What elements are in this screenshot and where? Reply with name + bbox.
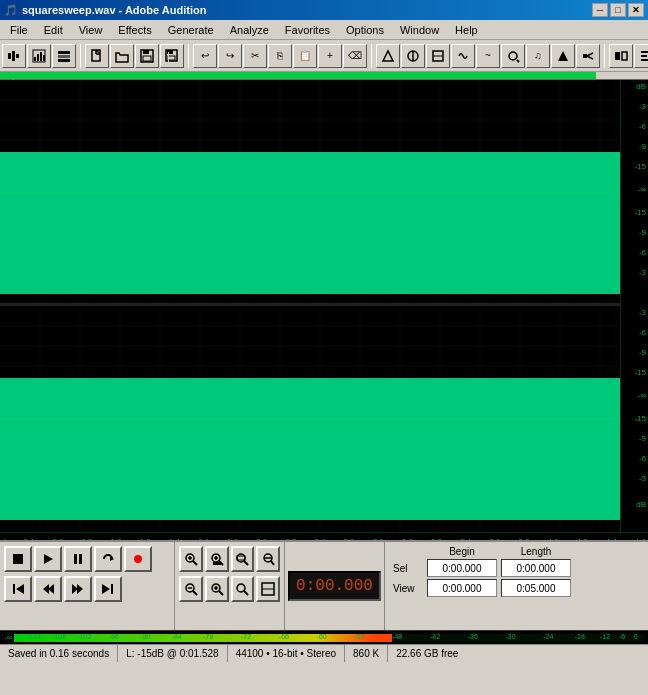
sel-begin-field[interactable]: 0:00.000 xyxy=(427,559,497,577)
timeline-tick: 0.6 xyxy=(52,537,63,540)
menu-options[interactable]: Options xyxy=(338,22,392,38)
menu-file[interactable]: File xyxy=(2,22,36,38)
effects-btn8[interactable] xyxy=(551,44,575,68)
minimize-button[interactable]: ─ xyxy=(592,3,608,17)
view-btn1[interactable] xyxy=(609,44,633,68)
db-label-15: -∞ xyxy=(638,391,646,400)
meter-tick: -42 xyxy=(430,633,440,640)
zoom-in-face-button[interactable] xyxy=(205,546,229,572)
zoom-sel-button[interactable] xyxy=(256,546,280,572)
progress-bar[interactable]: ▼ xyxy=(0,72,648,80)
meter-tick: -48 xyxy=(392,633,402,640)
timeline-tick: 3.0 xyxy=(402,537,413,540)
db-label-12: -6 xyxy=(639,328,646,337)
db-label-19: -3 xyxy=(639,474,646,483)
effects-btn7[interactable]: ♫ xyxy=(526,44,550,68)
zoom-reset-button[interactable] xyxy=(256,576,280,602)
meter-tick: -102 xyxy=(77,633,91,640)
timeline-tick: 1.2 xyxy=(140,537,151,540)
fast-forward-button[interactable] xyxy=(64,576,92,602)
timeline-tick: 3.4 xyxy=(460,537,471,540)
save-all-btn[interactable] xyxy=(160,44,184,68)
timeline-tick: 4.0 xyxy=(547,537,558,540)
effects-btn4[interactable] xyxy=(451,44,475,68)
multitrack-view-btn[interactable] xyxy=(52,44,76,68)
copy-btn[interactable]: ⎘ xyxy=(268,44,292,68)
menu-generate[interactable]: Generate xyxy=(160,22,222,38)
meter-bar: -114 -108 -102 -96 -90 -84 -78 -72 -66 -… xyxy=(14,634,644,642)
play-button[interactable] xyxy=(34,546,62,572)
sel-label: Sel xyxy=(393,563,423,574)
undo-btn[interactable]: ↩ xyxy=(193,44,217,68)
meter-tick: -6 xyxy=(619,633,625,640)
cut-btn[interactable]: ✂ xyxy=(243,44,267,68)
db-label-3: -9 xyxy=(639,142,646,151)
db-label-17: -9 xyxy=(639,434,646,443)
zoom-out-v-button[interactable] xyxy=(205,576,229,602)
svg-line-116 xyxy=(193,591,197,595)
restore-button[interactable]: □ xyxy=(610,3,626,17)
effects-btn6[interactable] xyxy=(501,44,525,68)
view-begin-field[interactable]: 0:00.000 xyxy=(427,579,497,597)
redo-btn[interactable]: ↪ xyxy=(218,44,242,68)
view-btn2[interactable] xyxy=(634,44,648,68)
menu-help[interactable]: Help xyxy=(447,22,486,38)
sel-header-row: Begin Length xyxy=(393,546,640,557)
svg-marker-95 xyxy=(43,584,49,594)
svg-point-122 xyxy=(237,584,245,592)
status-size: 860 K xyxy=(345,645,388,662)
meter-tick: -84 xyxy=(172,633,182,640)
menu-effects[interactable]: Effects xyxy=(110,22,159,38)
delete-btn[interactable]: ⌫ xyxy=(343,44,367,68)
open-btn[interactable] xyxy=(110,44,134,68)
close-button[interactable]: ✕ xyxy=(628,3,644,17)
db-label-8: -6 xyxy=(639,248,646,257)
svg-rect-2 xyxy=(16,54,19,58)
view-length-field[interactable]: 0:05.000 xyxy=(501,579,571,597)
timeline-tick: 4.2 xyxy=(577,537,588,540)
effects-btn9[interactable] xyxy=(576,44,600,68)
go-end-button[interactable] xyxy=(94,576,122,602)
timeline-tick: 1.8 xyxy=(227,537,238,540)
rewind-button[interactable] xyxy=(34,576,62,602)
menu-bar: File Edit View Effects Generate Analyze … xyxy=(0,20,648,40)
title-bar: 🎵 squaresweep.wav - Adobe Audition ─ □ ✕ xyxy=(0,0,648,20)
zoom-in-h-button[interactable] xyxy=(179,546,203,572)
effects-btn1[interactable] xyxy=(376,44,400,68)
svg-line-31 xyxy=(587,56,593,59)
spectral-view-btn[interactable] xyxy=(27,44,51,68)
zoom-in-v-button[interactable] xyxy=(231,576,255,602)
save-btn[interactable] xyxy=(135,44,159,68)
db-scale: dB -3 -6 -9 -15 -∞ -15 -9 -6 -3 -3 -6 -9… xyxy=(620,80,648,532)
effects-btn3[interactable] xyxy=(426,44,450,68)
pause-button[interactable] xyxy=(64,546,92,572)
meter-tick: -54 xyxy=(354,633,364,640)
loop-button[interactable] xyxy=(94,546,122,572)
toolbar-sep-4 xyxy=(604,44,605,68)
stop-button[interactable] xyxy=(4,546,32,572)
menu-edit[interactable]: Edit xyxy=(36,22,71,38)
menu-window[interactable]: Window xyxy=(392,22,447,38)
menu-favorites[interactable]: Favorites xyxy=(277,22,338,38)
db-label-14: -15 xyxy=(634,368,646,377)
timeline-tick: 2.2 xyxy=(285,537,296,540)
menu-view[interactable]: View xyxy=(71,22,111,38)
waveform-canvas[interactable] xyxy=(0,80,620,532)
db-label-5: -∞ xyxy=(638,185,646,194)
effects-btn2[interactable] xyxy=(401,44,425,68)
sel-length-field[interactable]: 0:00.000 xyxy=(501,559,571,577)
menu-analyze[interactable]: Analyze xyxy=(222,22,277,38)
zoom-out-h-button[interactable] xyxy=(179,576,203,602)
new-btn[interactable] xyxy=(85,44,109,68)
waveform-view-btn[interactable] xyxy=(2,44,26,68)
meter-tick: -18 xyxy=(575,633,585,640)
meter-tick: -60 xyxy=(317,633,327,640)
paste-new-btn[interactable]: + xyxy=(318,44,342,68)
paste-btn[interactable]: 📋 xyxy=(293,44,317,68)
zoom-full-button[interactable] xyxy=(231,546,255,572)
waveform-container[interactable]: dB -3 -6 -9 -15 -∞ -15 -9 -6 -3 -3 -6 -9… xyxy=(0,80,648,540)
effects-btn5[interactable]: ~ xyxy=(476,44,500,68)
go-start-button[interactable] xyxy=(4,576,32,602)
record-button[interactable] xyxy=(124,546,152,572)
svg-marker-97 xyxy=(77,584,83,594)
